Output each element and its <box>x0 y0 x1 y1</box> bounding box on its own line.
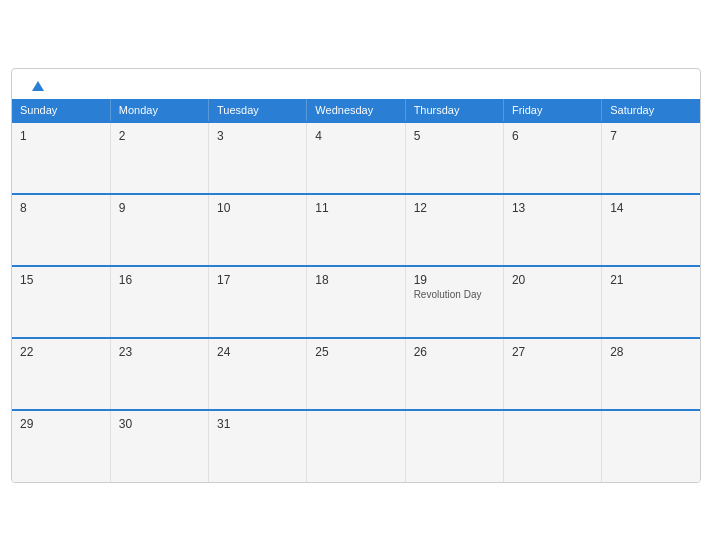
day-number: 29 <box>20 417 102 431</box>
day-number: 1 <box>20 129 102 143</box>
calendar-cell: 21 <box>602 266 700 338</box>
calendar-cell: 6 <box>503 122 601 194</box>
calendar-cell: 13 <box>503 194 601 266</box>
day-number: 23 <box>119 345 200 359</box>
day-number: 21 <box>610 273 692 287</box>
calendar-cell <box>602 410 700 482</box>
calendar-week-4: 22232425262728 <box>12 338 700 410</box>
day-number: 12 <box>414 201 495 215</box>
calendar-week-5: 293031 <box>12 410 700 482</box>
calendar-cell: 20 <box>503 266 601 338</box>
calendar-cell: 9 <box>110 194 208 266</box>
calendar-cell: 18 <box>307 266 405 338</box>
calendar-cell <box>307 410 405 482</box>
calendar-grid: SundayMondayTuesdayWednesdayThursdayFrid… <box>12 99 700 482</box>
weekday-header-tuesday: Tuesday <box>209 99 307 122</box>
day-number: 6 <box>512 129 593 143</box>
calendar-cell: 30 <box>110 410 208 482</box>
day-number: 18 <box>315 273 396 287</box>
calendar-cell: 16 <box>110 266 208 338</box>
day-number: 11 <box>315 201 396 215</box>
calendar-week-2: 891011121314 <box>12 194 700 266</box>
day-number: 7 <box>610 129 692 143</box>
day-number: 10 <box>217 201 298 215</box>
day-number: 2 <box>119 129 200 143</box>
calendar-cell <box>503 410 601 482</box>
day-number: 31 <box>217 417 298 431</box>
day-number: 8 <box>20 201 102 215</box>
calendar-cell: 8 <box>12 194 110 266</box>
weekday-header-saturday: Saturday <box>602 99 700 122</box>
calendar-cell: 2 <box>110 122 208 194</box>
day-number: 13 <box>512 201 593 215</box>
calendar-cell: 12 <box>405 194 503 266</box>
calendar-cell: 11 <box>307 194 405 266</box>
calendar-cell <box>405 410 503 482</box>
calendar-header <box>12 69 700 99</box>
calendar-cell: 14 <box>602 194 700 266</box>
day-number: 25 <box>315 345 396 359</box>
weekday-header-sunday: Sunday <box>12 99 110 122</box>
calendar-cell: 17 <box>209 266 307 338</box>
weekday-row: SundayMondayTuesdayWednesdayThursdayFrid… <box>12 99 700 122</box>
day-number: 5 <box>414 129 495 143</box>
day-number: 14 <box>610 201 692 215</box>
calendar-cell: 26 <box>405 338 503 410</box>
day-number: 19 <box>414 273 495 287</box>
weekday-header-monday: Monday <box>110 99 208 122</box>
weekday-header-thursday: Thursday <box>405 99 503 122</box>
day-number: 22 <box>20 345 102 359</box>
calendar-week-1: 1234567 <box>12 122 700 194</box>
calendar-week-3: 1516171819Revolution Day2021 <box>12 266 700 338</box>
day-number: 26 <box>414 345 495 359</box>
calendar-cell: 27 <box>503 338 601 410</box>
day-number: 30 <box>119 417 200 431</box>
day-number: 28 <box>610 345 692 359</box>
calendar-cell: 22 <box>12 338 110 410</box>
day-number: 24 <box>217 345 298 359</box>
calendar-cell: 23 <box>110 338 208 410</box>
calendar-cell: 31 <box>209 410 307 482</box>
weekday-header-wednesday: Wednesday <box>307 99 405 122</box>
day-number: 3 <box>217 129 298 143</box>
calendar-cell: 24 <box>209 338 307 410</box>
calendar-cell: 3 <box>209 122 307 194</box>
day-number: 16 <box>119 273 200 287</box>
calendar-cell: 15 <box>12 266 110 338</box>
day-number: 17 <box>217 273 298 287</box>
calendar-cell: 10 <box>209 194 307 266</box>
calendar-cell: 5 <box>405 122 503 194</box>
day-event: Revolution Day <box>414 289 495 300</box>
calendar-body: 12345678910111213141516171819Revolution … <box>12 122 700 482</box>
day-number: 4 <box>315 129 396 143</box>
day-number: 20 <box>512 273 593 287</box>
calendar-cell: 25 <box>307 338 405 410</box>
day-number: 15 <box>20 273 102 287</box>
calendar-cell: 29 <box>12 410 110 482</box>
calendar-cell: 7 <box>602 122 700 194</box>
calendar-cell: 4 <box>307 122 405 194</box>
day-number: 27 <box>512 345 593 359</box>
calendar-cell: 28 <box>602 338 700 410</box>
calendar-weekday-header: SundayMondayTuesdayWednesdayThursdayFrid… <box>12 99 700 122</box>
logo-triangle-icon <box>32 81 44 91</box>
logo <box>28 81 44 91</box>
day-number: 9 <box>119 201 200 215</box>
calendar-cell: 19Revolution Day <box>405 266 503 338</box>
weekday-header-friday: Friday <box>503 99 601 122</box>
calendar-cell: 1 <box>12 122 110 194</box>
calendar-container: SundayMondayTuesdayWednesdayThursdayFrid… <box>11 68 701 483</box>
